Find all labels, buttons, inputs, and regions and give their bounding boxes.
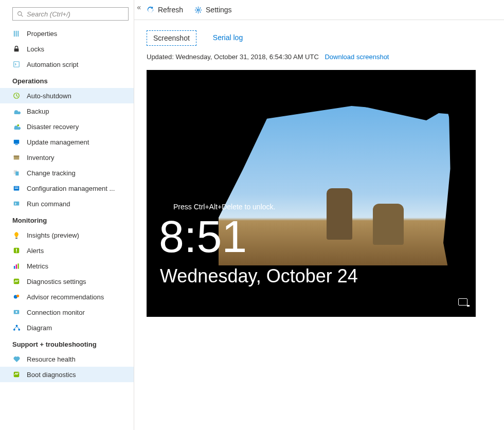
section-monitoring: Monitoring [0, 211, 134, 227]
sidebar-item-update-management[interactable]: Update management [0, 134, 134, 150]
svg-point-32 [13, 329, 15, 331]
status-timestamp: Wednesday, October 31, 2018, 6:54:30 AM … [175, 53, 318, 61]
sidebar-item-inventory[interactable]: Inventory [0, 150, 134, 165]
sidebar-item-change-tracking[interactable]: Change tracking [0, 165, 134, 181]
screenshot-container: Press Ctrl+Alt+Delete to unlock. 8:51 We… [147, 70, 504, 317]
metrics-icon [12, 262, 21, 270]
script-icon [12, 60, 21, 68]
bulb-icon [12, 231, 21, 239]
sidebar-item-label: Configuration management ... [27, 185, 129, 192]
sidebar-item-label: Alerts [27, 247, 129, 255]
refresh-label: Refresh [158, 6, 183, 14]
svg-point-33 [18, 329, 20, 331]
sidebar-item-run-command[interactable]: Run command [0, 196, 134, 211]
diag-icon [12, 277, 21, 285]
svg-rect-4 [17, 30, 19, 36]
svg-rect-23 [13, 266, 14, 269]
inventory-icon [12, 153, 21, 162]
status-prefix: Updated: [147, 53, 175, 61]
svg-rect-2 [13, 30, 14, 36]
sidebar-item-label: Auto-shutdown [27, 92, 129, 100]
svg-rect-24 [15, 264, 16, 268]
sidebar-item-advisor[interactable]: Advisor recommendations [0, 289, 134, 304]
svg-line-44 [196, 11, 197, 12]
sidebar-item-label: Disaster recovery [27, 123, 129, 131]
tabs: Screenshot Serial log [134, 20, 504, 46]
sidebar-item-resource-health[interactable]: Resource health [0, 351, 134, 367]
sidebar-item-disaster-recovery[interactable]: Disaster recovery [0, 119, 134, 134]
sidebar-item-label: Boot diagnostics [27, 371, 129, 379]
tab-screenshot[interactable]: Screenshot [147, 30, 196, 46]
sidebar-item-label: Backup [27, 107, 129, 115]
health-icon [12, 355, 21, 363]
svg-rect-25 [17, 263, 19, 268]
settings-label: Settings [206, 6, 232, 14]
sidebar-item-automation-script[interactable]: Automation script [0, 57, 134, 72]
tab-serial-log[interactable]: Serial log [207, 30, 249, 46]
sidebar-item-label: Run command [27, 200, 129, 208]
vm-screenshot: Press Ctrl+Alt+Delete to unlock. 8:51 We… [147, 70, 476, 317]
svg-rect-18 [14, 202, 20, 206]
toolbar: Refresh Settings [134, 0, 504, 20]
update-icon [12, 138, 21, 146]
diagram-icon [12, 324, 21, 332]
sidebar-item-diagram[interactable]: Diagram [0, 320, 134, 335]
sidebar-item-boot-diagnostics[interactable]: Boot diagnostics [0, 367, 134, 382]
svg-point-37 [197, 9, 199, 11]
sidebar-item-locks[interactable]: Locks [0, 41, 134, 57]
search-placeholder: Search (Ctrl+/) [27, 10, 70, 18]
sidebar-item-label: Locks [27, 45, 129, 53]
collapse-sidebar-button[interactable]: « [137, 3, 141, 11]
sidebar-item-configuration-management[interactable]: Configuration management ... [0, 181, 134, 196]
sidebar-item-label: Insights (preview) [27, 231, 129, 239]
sidebar-item-label: Change tracking [27, 169, 129, 177]
lockscreen-bg [219, 106, 460, 265]
refresh-button[interactable]: Refresh [147, 6, 183, 14]
svg-line-34 [14, 327, 16, 329]
svg-rect-10 [15, 144, 17, 145]
sidebar-item-diagnostics-settings[interactable]: Diagnostics settings [0, 274, 134, 289]
search-container: Search (Ctrl+/) [0, 0, 134, 26]
sidebar-item-metrics[interactable]: Metrics [0, 258, 134, 274]
properties-icon [12, 29, 21, 38]
sidebar-item-insights[interactable]: Insights (preview) [0, 227, 134, 243]
run-icon [12, 200, 21, 208]
connmon-icon [12, 308, 21, 316]
sidebar-item-properties[interactable]: Properties [0, 26, 134, 41]
backup-icon [12, 107, 21, 115]
advisor-icon [12, 293, 21, 301]
sidebar-item-alerts[interactable]: Alerts [0, 243, 134, 258]
section-support: Support + troubleshooting [0, 335, 134, 351]
svg-point-30 [15, 311, 17, 313]
status-line: Updated: Wednesday, October 31, 2018, 6:… [134, 46, 504, 61]
clock-icon [12, 92, 21, 100]
sidebar-item-label: Advisor recommendations [27, 293, 129, 301]
search-input[interactable]: Search (Ctrl+/) [12, 7, 129, 21]
lock-icon [12, 45, 21, 53]
lockscreen-prompt: Press Ctrl+Alt+Delete to unlock. [173, 203, 275, 211]
network-icon [458, 298, 467, 306]
sidebar-item-auto-shutdown[interactable]: Auto-shutdown [0, 88, 134, 103]
svg-point-31 [15, 325, 17, 327]
sidebar-item-connection-monitor[interactable]: Connection monitor [0, 304, 134, 320]
svg-rect-19 [15, 238, 17, 239]
svg-rect-16 [15, 187, 19, 187]
sidebar-nav[interactable]: Properties Locks Automation script Opera… [0, 26, 134, 430]
svg-point-28 [16, 295, 19, 297]
lockscreen-bg [327, 188, 352, 240]
svg-line-42 [196, 7, 197, 8]
boot-icon [12, 370, 21, 379]
sidebar-item-label: Automation script [27, 61, 129, 68]
svg-rect-14 [15, 171, 19, 175]
svg-rect-22 [16, 252, 17, 253]
svg-point-0 [18, 11, 22, 15]
download-screenshot-link[interactable]: Download screenshot [325, 53, 389, 61]
main-content: Refresh Settings Screenshot Serial log U… [134, 0, 504, 430]
sidebar-item-label: Inventory [27, 154, 129, 162]
sidebar-item-backup[interactable]: Backup [0, 103, 134, 119]
sidebar-item-label: Resource health [27, 355, 129, 363]
svg-line-35 [16, 327, 19, 329]
svg-line-1 [21, 15, 23, 16]
settings-button[interactable]: Settings [194, 6, 232, 14]
lockscreen-date: Wednesday, October 24 [160, 265, 358, 287]
